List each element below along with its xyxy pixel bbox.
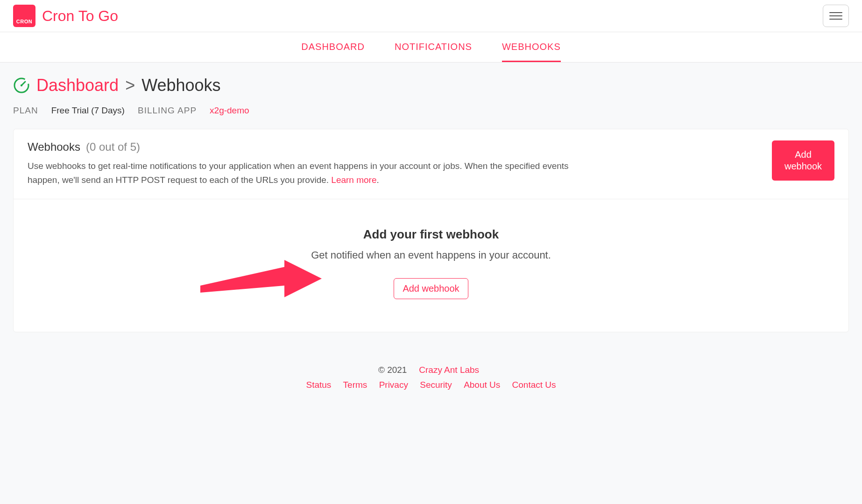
footer-copyright: © 2021 bbox=[378, 365, 407, 375]
webhooks-card: Webhooks (0 out of 5) Use webhooks to ge… bbox=[13, 129, 849, 332]
empty-state-subtitle: Get notified when an event happens in yo… bbox=[28, 249, 834, 261]
svg-point-3 bbox=[21, 84, 22, 86]
breadcrumb-dashboard-link[interactable]: Dashboard bbox=[36, 76, 119, 95]
tab-dashboard[interactable]: DASHBOARD bbox=[301, 32, 365, 62]
callout-arrow-icon bbox=[200, 260, 322, 304]
breadcrumb-current: Webhooks bbox=[141, 76, 220, 95]
card-description: Use webhooks to get real-time notificati… bbox=[28, 159, 588, 188]
billing-app-value[interactable]: x2g-demo bbox=[210, 105, 249, 116]
card-description-text: Use webhooks to get real-time notificati… bbox=[28, 161, 569, 185]
page-content: Dashboard > Webhooks PLAN Free Trial (7 … bbox=[0, 63, 862, 351]
brand-logo-text: CRON bbox=[16, 19, 32, 24]
empty-state-title: Add your first webhook bbox=[28, 227, 834, 242]
tab-notifications[interactable]: NOTIFICATIONS bbox=[395, 32, 472, 62]
footer-company-link[interactable]: Crazy Ant Labs bbox=[419, 365, 479, 375]
breadcrumb-separator: > bbox=[125, 76, 135, 95]
hamburger-icon bbox=[829, 12, 842, 13]
add-webhook-button-primary[interactable]: Add webhook bbox=[772, 140, 834, 181]
brand-title: Cron To Go bbox=[42, 7, 118, 25]
tab-bar: DASHBOARD NOTIFICATIONS WEBHOOKS bbox=[0, 32, 862, 63]
footer: © 2021 Crazy Ant Labs Status Terms Priva… bbox=[0, 351, 862, 399]
webhook-count: (0 out of 5) bbox=[86, 140, 140, 154]
footer-link-privacy[interactable]: Privacy bbox=[379, 380, 408, 390]
card-title-text: Webhooks bbox=[28, 140, 80, 154]
footer-link-contact[interactable]: Contact Us bbox=[512, 380, 556, 390]
card-header: Webhooks (0 out of 5) Use webhooks to ge… bbox=[14, 129, 848, 199]
breadcrumb: Dashboard > Webhooks bbox=[13, 76, 849, 95]
hamburger-icon bbox=[829, 15, 842, 16]
card-title: Webhooks (0 out of 5) bbox=[28, 140, 588, 154]
billing-app-label: BILLING APP bbox=[138, 105, 197, 116]
menu-button[interactable] bbox=[823, 5, 849, 27]
add-webhook-button-outline[interactable]: Add webhook bbox=[394, 278, 468, 299]
card-body: Add your first webhook Get notified when… bbox=[14, 199, 848, 332]
plan-meta: PLAN Free Trial (7 Days) BILLING APP x2g… bbox=[13, 105, 849, 116]
add-webhook-button-label: Add webhook bbox=[782, 149, 824, 172]
learn-more-link[interactable]: Learn more bbox=[331, 175, 376, 185]
hamburger-icon bbox=[829, 19, 842, 20]
plan-label: PLAN bbox=[13, 105, 38, 116]
plan-value: Free Trial (7 Days) bbox=[51, 105, 125, 116]
card-description-suffix: . bbox=[377, 175, 379, 185]
footer-link-status[interactable]: Status bbox=[306, 380, 331, 390]
svg-marker-4 bbox=[200, 260, 322, 297]
gauge-icon bbox=[13, 77, 30, 94]
footer-link-security[interactable]: Security bbox=[420, 380, 452, 390]
footer-link-terms[interactable]: Terms bbox=[343, 380, 367, 390]
tab-webhooks[interactable]: WEBHOOKS bbox=[502, 32, 561, 62]
topbar: CRON Cron To Go bbox=[0, 0, 862, 32]
brand[interactable]: CRON Cron To Go bbox=[13, 5, 118, 27]
brand-logo: CRON bbox=[13, 5, 35, 27]
footer-link-about[interactable]: About Us bbox=[464, 380, 500, 390]
